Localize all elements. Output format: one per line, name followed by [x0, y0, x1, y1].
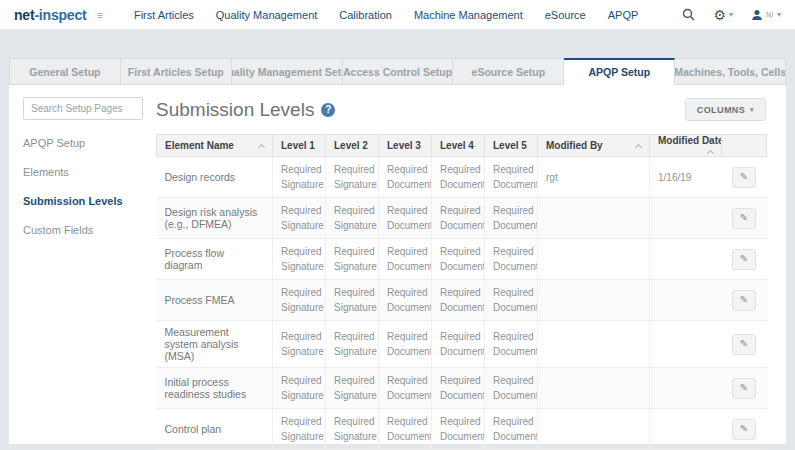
level-value: Required	[440, 414, 476, 429]
level-1-cell: RequiredSignature	[273, 368, 326, 409]
level-value: Document	[387, 300, 423, 315]
nav-item-calibration[interactable]: Calibration	[330, 5, 401, 25]
sidebar-item-apqp-setup[interactable]: APQP Setup	[23, 137, 156, 149]
nav-item-machine-management[interactable]: Machine Management	[405, 5, 532, 25]
user-icon	[751, 9, 763, 21]
level-value: Signature	[334, 429, 370, 444]
table-row: Design risk analysis (e.g., DFMEA)Requir…	[157, 198, 767, 239]
level-value: Required	[493, 285, 529, 300]
column-header-modified-by[interactable]: Modified By	[538, 135, 650, 157]
sidebar-item-submission-levels[interactable]: Submission Levels	[23, 195, 156, 207]
level-3-cell: RequiredDocument	[379, 368, 432, 409]
page-header: Submission Levels ? COLUMNS ▾	[156, 98, 786, 121]
nav-item-first-articles[interactable]: First Articles	[125, 5, 203, 25]
level-3-cell: RequiredDocument	[379, 321, 432, 368]
level-value: Document	[387, 177, 423, 192]
level-4-cell: RequiredDocument	[432, 239, 485, 280]
help-icon[interactable]: ?	[321, 103, 335, 117]
column-header-level-3[interactable]: Level 3	[379, 135, 432, 157]
level-value: Required	[334, 373, 370, 388]
app-logo[interactable]: net-inspect	[14, 7, 86, 23]
level-value: Required	[440, 244, 476, 259]
edit-row-button[interactable]: ✎	[732, 334, 756, 355]
user-menu[interactable]: NI ▾	[751, 9, 781, 21]
nav-item-apqp[interactable]: APQP	[599, 5, 648, 25]
tab-apqp-setup[interactable]: APQP Setup	[564, 58, 675, 85]
nav-item-esource[interactable]: eSource	[536, 5, 595, 25]
tab-general-setup[interactable]: General Setup	[9, 58, 121, 85]
element-name-cell: Control plan	[157, 409, 273, 450]
level-value: Signature	[281, 344, 317, 359]
sidebar-item-custom-fields[interactable]: Custom Fields	[23, 224, 156, 236]
column-header-modified-date[interactable]: Modified Date	[650, 135, 722, 157]
level-4-cell: RequiredDocument	[432, 409, 485, 450]
chevron-down-icon: ▾	[729, 10, 733, 19]
tab-esource-setup[interactable]: eSource Setup	[453, 58, 564, 85]
level-value: Document	[387, 429, 423, 444]
level-5-cell: RequiredDocument	[485, 239, 538, 280]
tab-quality-management-setup[interactable]: Quality Management Setup	[232, 58, 343, 85]
level-value: Document	[387, 218, 423, 233]
edit-row-button[interactable]: ✎	[732, 249, 756, 270]
gear-icon: ⚙	[713, 8, 726, 22]
level-4-cell: RequiredDocument	[432, 198, 485, 239]
table-row: Initial process readiness studiesRequire…	[157, 368, 767, 409]
column-header-level-1[interactable]: Level 1	[273, 135, 326, 157]
modified-by-cell	[538, 321, 650, 368]
level-1-cell: RequiredSignature	[273, 409, 326, 450]
modified-by-cell	[538, 280, 650, 321]
tab-first-articles-setup[interactable]: First Articles Setup	[121, 58, 232, 85]
edit-row-button[interactable]: ✎	[732, 167, 756, 188]
level-2-cell: RequiredSignature	[326, 368, 379, 409]
element-name-cell: Design risk analysis (e.g., DFMEA)	[157, 198, 273, 239]
level-value: Required	[281, 285, 317, 300]
search-setup-pages-input[interactable]	[23, 97, 143, 120]
setup-tabbar: General SetupFirst Articles SetupQuality…	[9, 58, 786, 85]
level-3-cell: RequiredDocument	[379, 198, 432, 239]
column-header-level-5[interactable]: Level 5	[485, 135, 538, 157]
tab-access-control-setup[interactable]: Access Control Setup	[343, 58, 454, 85]
modified-date-cell	[650, 409, 722, 450]
level-3-cell: RequiredDocument	[379, 157, 432, 198]
level-value: Required	[281, 373, 317, 388]
tab-machines-tools-cells[interactable]: Machines, Tools, Cells	[675, 58, 786, 85]
edit-row-button[interactable]: ✎	[732, 419, 756, 440]
element-name-cell: Process FMEA	[157, 280, 273, 321]
level-value: Required	[387, 162, 423, 177]
column-header-level-2[interactable]: Level 2	[326, 135, 379, 157]
columns-button-label: COLUMNS	[697, 105, 745, 115]
level-value: Required	[493, 162, 529, 177]
level-1-cell: RequiredSignature	[273, 321, 326, 368]
level-5-cell: RequiredDocument	[485, 198, 538, 239]
level-4-cell: RequiredDocument	[432, 280, 485, 321]
column-header-element-name[interactable]: Element Name	[157, 135, 273, 157]
level-2-cell: RequiredSignature	[326, 280, 379, 321]
edit-row-button[interactable]: ✎	[732, 290, 756, 311]
sidebar-item-elements[interactable]: Elements	[23, 166, 156, 178]
edit-row-button[interactable]: ✎	[732, 208, 756, 229]
modified-by-cell	[538, 368, 650, 409]
table-row: Process flow diagramRequiredSignatureReq…	[157, 239, 767, 280]
level-value: Required	[281, 414, 317, 429]
chevron-down-icon: ▾	[750, 106, 754, 114]
menu-toggle-icon[interactable]: ≡	[96, 9, 102, 21]
level-value: Document	[493, 177, 529, 192]
level-value: Required	[387, 244, 423, 259]
edit-row-button[interactable]: ✎	[732, 378, 756, 399]
level-value: Required	[334, 162, 370, 177]
modified-by-cell	[538, 239, 650, 280]
edit-cell: ✎	[722, 409, 767, 450]
search-icon[interactable]	[682, 8, 695, 21]
level-value: Signature	[334, 300, 370, 315]
level-1-cell: RequiredSignature	[273, 280, 326, 321]
settings-menu[interactable]: ⚙ ▾	[713, 8, 733, 22]
table-body: Design recordsRequiredSignatureRequiredS…	[157, 157, 767, 450]
level-value: Signature	[281, 388, 317, 403]
columns-button[interactable]: COLUMNS ▾	[685, 98, 766, 121]
column-header-level-4[interactable]: Level 4	[432, 135, 485, 157]
edit-cell: ✎	[722, 321, 767, 368]
level-value: Required	[387, 373, 423, 388]
level-value: Required	[334, 285, 370, 300]
level-value: Document	[440, 218, 476, 233]
nav-item-quality-management[interactable]: Quality Management	[207, 5, 327, 25]
